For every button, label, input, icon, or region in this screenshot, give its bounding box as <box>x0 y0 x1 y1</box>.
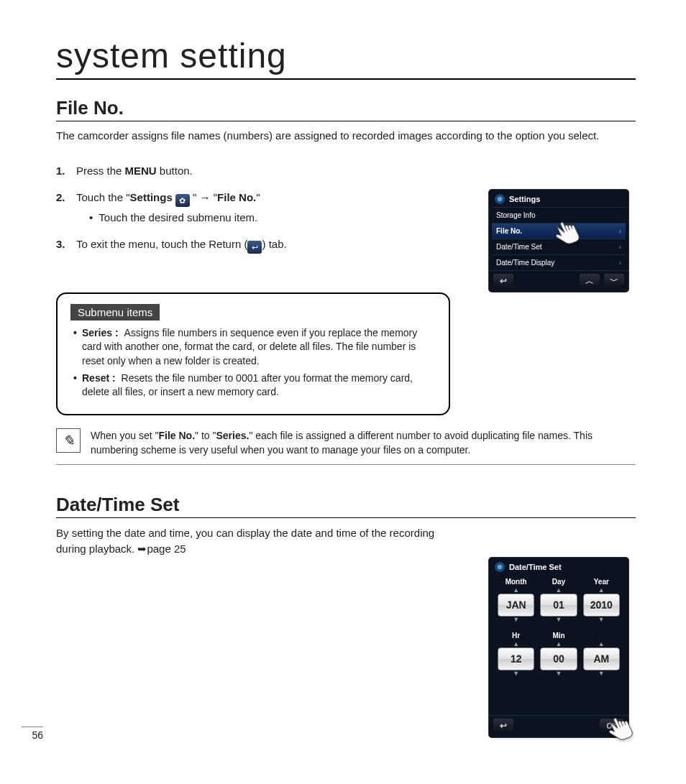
device-datetime-screen: Date/Time Set Month ▲ JAN ▼ Day ▲ 01 ▼ Y… <box>489 558 628 737</box>
file-no-steps: 1. Press the MENU button. 2. Touch the "… <box>56 163 444 254</box>
step-2-bullet: • Touch the desired submenu item. <box>89 210 260 226</box>
chevron-right-icon: › <box>619 243 621 251</box>
submenu-title: Submenu items <box>70 304 160 320</box>
note: ✎ When you set "File No." to "Series." e… <box>56 428 636 466</box>
step-2: 2. Touch the "Settings ✿ " → "File No." … <box>56 190 444 226</box>
note-text: When you set "File No." to "Series." eac… <box>91 428 636 458</box>
spin-down-icon[interactable]: ▼ <box>498 670 534 677</box>
year-spinner[interactable]: 2010 <box>583 594 620 617</box>
minute-column: Min ▲ 00 ▼ <box>540 632 577 677</box>
return-icon: ↩ <box>247 241 262 254</box>
device-header: Settings <box>489 190 628 207</box>
gear-icon <box>495 194 505 204</box>
hand-pointer-icon <box>551 217 584 252</box>
submenu-box: Submenu items • Series : Assigns file nu… <box>56 292 450 415</box>
series-label: Series : <box>82 327 119 338</box>
page-title: system setting <box>56 36 636 80</box>
device-header: Date/Time Set <box>489 558 628 575</box>
step-text: Touch the " <box>76 191 130 203</box>
step-text: ) tab. <box>262 238 286 250</box>
menu-word: MENU <box>125 165 157 177</box>
device-settings-screen: Settings Storage Info File No.› Date/Tim… <box>489 190 628 292</box>
year-label: Year <box>583 578 620 586</box>
min-label: Min <box>540 632 577 640</box>
spin-down-icon[interactable]: ▼ <box>540 670 577 677</box>
date-time-body: By setting the date and time, you can di… <box>56 525 444 557</box>
spin-up-icon[interactable]: ▲ <box>540 641 577 647</box>
month-label: Month <box>498 578 534 586</box>
chevron-right-icon: › <box>619 227 621 235</box>
menu-date-time-display[interactable]: Date/Time Display› <box>492 254 626 270</box>
return-button[interactable]: ↩ <box>493 274 513 288</box>
year-column: Year ▲ 2010 ▼ <box>583 578 620 623</box>
device-title: Settings <box>509 195 540 203</box>
file-no-word: File No. <box>217 191 256 203</box>
spin-up-icon[interactable]: ▲ <box>498 641 534 647</box>
device-title: Date/Time Set <box>509 563 562 571</box>
spin-down-icon[interactable]: ▼ <box>540 617 577 623</box>
hr-label: Hr <box>498 632 534 640</box>
gear-icon <box>495 562 505 572</box>
spin-up-icon[interactable]: ▲ <box>583 587 620 594</box>
step-num: 2. <box>56 190 70 226</box>
note-icon: ✎ <box>56 428 81 453</box>
ampm-spinner[interactable]: AM <box>583 647 620 670</box>
file-no-heading: File No. <box>56 97 636 121</box>
gear-icon: ✿ <box>175 194 190 207</box>
step-1: 1. Press the MENU button. <box>56 163 444 180</box>
month-column: Month ▲ JAN ▼ <box>498 578 534 623</box>
scroll-down-button[interactable]: ﹀ <box>604 274 624 288</box>
return-button[interactable]: ↩ <box>493 719 513 733</box>
step-text: " → " <box>193 191 217 203</box>
step-num: 1. <box>56 163 70 180</box>
ampm-column: ▲ AM ▼ <box>583 632 620 677</box>
file-no-intro: The camcorder assigns file names (number… <box>56 129 636 143</box>
step-text: Press the <box>76 165 125 177</box>
step-text: To exit the menu, touch the Return ( <box>76 238 247 250</box>
minute-spinner[interactable]: 00 <box>540 647 577 670</box>
spin-up-icon[interactable]: ▲ <box>540 587 577 594</box>
step-text: " <box>256 191 260 203</box>
reset-desc: Resets the file number to 0001 after you… <box>82 372 413 398</box>
day-column: Day ▲ 01 ▼ <box>540 578 577 623</box>
spin-down-icon[interactable]: ▼ <box>583 617 620 623</box>
spin-up-icon[interactable]: ▲ <box>583 641 620 647</box>
hour-column: Hr ▲ 12 ▼ <box>498 632 534 677</box>
day-label: Day <box>540 578 577 586</box>
ampm-label <box>583 632 620 640</box>
spin-down-icon[interactable]: ▼ <box>498 617 534 623</box>
reset-label: Reset : <box>82 372 116 384</box>
submenu-series: • Series : Assigns file numbers in seque… <box>70 326 436 369</box>
month-spinner[interactable]: JAN <box>498 594 534 617</box>
page-number: 56 <box>22 727 43 741</box>
day-spinner[interactable]: 01 <box>540 594 577 617</box>
chevron-right-icon: › <box>619 259 621 267</box>
hour-spinner[interactable]: 12 <box>498 647 534 670</box>
settings-word: Settings <box>130 191 173 203</box>
series-desc: Assigns file numbers in sequence even if… <box>82 327 417 366</box>
hand-pointer-icon <box>604 713 637 747</box>
date-time-heading: Date/Time Set <box>56 494 636 518</box>
spin-down-icon[interactable]: ▼ <box>583 670 620 677</box>
step-3: 3. To exit the menu, touch the Return (↩… <box>56 236 444 254</box>
step-num: 3. <box>56 236 70 254</box>
submenu-reset: • Reset : Resets the file number to 0001… <box>70 372 436 400</box>
scroll-up-button[interactable]: ︿ <box>580 274 600 288</box>
spin-up-icon[interactable]: ▲ <box>498 587 534 594</box>
step-text: button. <box>157 165 193 177</box>
